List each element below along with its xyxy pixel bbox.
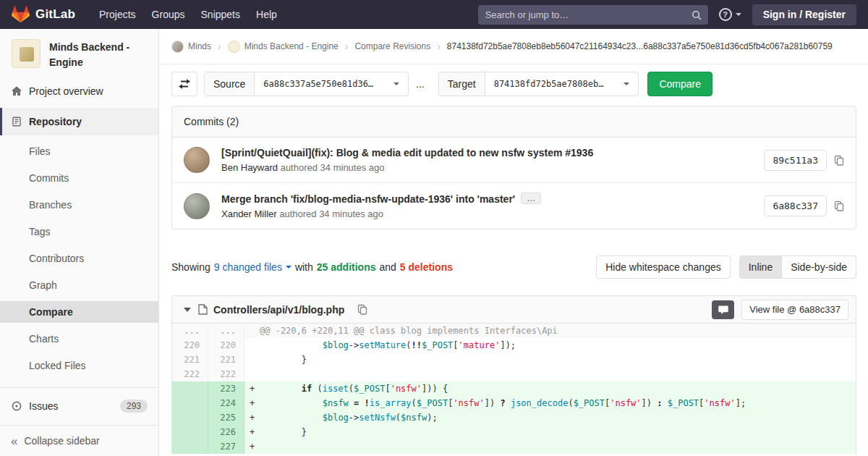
new-line-number[interactable]: 226 xyxy=(208,425,244,439)
commit-title-row: [Sprint/QuietQuail](fix): Blog & media e… xyxy=(221,147,754,159)
commit-row: Merge branch 'fix/blog-media-nsfw-update… xyxy=(172,182,856,229)
inline-view-button[interactable]: Inline xyxy=(739,256,782,279)
commit-author-link[interactable]: Xander Miller xyxy=(221,208,277,219)
search-icon xyxy=(692,10,702,20)
help-dropdown[interactable]: ? xyxy=(719,8,741,21)
diff-added-line: 226+ } xyxy=(172,425,856,439)
sidebar-item-label: Issues xyxy=(29,400,114,412)
group-avatar xyxy=(171,41,184,53)
old-line-number[interactable]: 220 xyxy=(172,338,208,352)
new-line-number[interactable]: 224 xyxy=(208,396,244,410)
gitlab-compare-page: GitLab ProjectsGroupsSnippetsHelp ? Sign… xyxy=(0,0,868,456)
diff-match-line: ......@@ -220,6 +220,11 @@ class blog im… xyxy=(172,324,856,338)
nav-item-help[interactable]: Help xyxy=(248,0,285,29)
code-line xyxy=(244,367,856,381)
commit-sha-button[interactable]: 89c511a3 xyxy=(764,150,827,171)
search-input[interactable] xyxy=(478,5,708,25)
question-icon: ? xyxy=(719,8,732,21)
commit-sha-button[interactable]: 6a88c337 xyxy=(764,195,827,216)
old-line-number[interactable] xyxy=(172,396,208,410)
hide-whitespace-button[interactable]: Hide whitespace changes xyxy=(596,256,731,279)
sidebar-item-files[interactable]: Files xyxy=(0,140,158,162)
source-ref-dropdown[interactable]: 6a88c337a5e750e81d36… xyxy=(255,72,408,96)
side-by-side-view-button[interactable]: Side-by-side xyxy=(782,256,856,279)
old-line-number[interactable] xyxy=(172,425,208,439)
collapse-diff-icon[interactable] xyxy=(184,308,191,312)
sidebar-item-commits[interactable]: Commits xyxy=(0,167,158,189)
nav-item-snippets[interactable]: Snippets xyxy=(193,0,248,29)
sidebar-item-repository[interactable]: Repository xyxy=(0,108,158,135)
breadcrumb-item-compare-revisions[interactable]: Compare Revisions xyxy=(354,41,430,51)
gitlab-home-link[interactable]: GitLab xyxy=(12,6,75,23)
commit-title-link[interactable]: [Sprint/QuietQuail](fix): Blog & media e… xyxy=(221,147,593,159)
sidebar-item-branches[interactable]: Branches xyxy=(0,194,158,216)
view-file-button[interactable]: View file @ 6a88c337 xyxy=(741,300,848,320)
sidebar-item-issues[interactable]: Issues 293 xyxy=(0,392,158,420)
commit-title-link[interactable]: Merge branch 'fix/blog-media-nsfw-update… xyxy=(221,193,515,205)
sign-in-button[interactable]: Sign in / Register xyxy=(752,4,856,25)
commit-info: Merge branch 'fix/blog-media-nsfw-update… xyxy=(221,193,754,219)
breadcrumb-item-minds[interactable]: Minds xyxy=(171,41,211,53)
sidebar-item-charts[interactable]: Charts xyxy=(0,328,158,350)
navbar-right: ? Sign in / Register xyxy=(478,4,856,25)
main-navigation: ProjectsGroupsSnippetsHelp xyxy=(91,0,285,29)
copy-file-path-button[interactable] xyxy=(357,304,367,315)
new-line-number[interactable]: 222 xyxy=(208,367,244,381)
source-ref-value: 6a88c337a5e750e81d36… xyxy=(263,79,373,89)
new-line-number[interactable]: 227 xyxy=(208,439,244,454)
sidebar-item-project-overview[interactable]: Project overview xyxy=(0,77,158,105)
breadcrumb-item-minds-backend-engine[interactable]: Minds Backend - Engine xyxy=(228,41,339,53)
diff-view-toggle: Inline Side-by-side xyxy=(739,256,856,279)
toggle-comments-button[interactable] xyxy=(712,300,734,319)
diff-context-line: 222222 xyxy=(172,367,856,381)
compare-button[interactable]: Compare xyxy=(647,72,712,96)
target-ref-dropdown[interactable]: 874138fd72b5ae7808eb… xyxy=(485,72,639,96)
diff-marker: + xyxy=(250,439,260,454)
commit-sha-group: 6a88c337 xyxy=(764,195,844,216)
nav-item-groups[interactable]: Groups xyxy=(144,0,193,29)
new-line-number[interactable]: 225 xyxy=(208,410,244,425)
diff-file-name[interactable]: Controllers/api/v1/blog.php xyxy=(213,304,344,316)
commit-author-avatar[interactable] xyxy=(184,193,210,219)
commit-author-avatar[interactable] xyxy=(184,147,210,173)
sidebar-item-locked-files[interactable]: Locked Files xyxy=(0,355,158,376)
new-line-number[interactable]: 220 xyxy=(208,338,244,352)
nav-item-projects[interactable]: Projects xyxy=(91,0,144,29)
old-line-number[interactable] xyxy=(172,410,208,425)
code-line: + if (isset($_POST['nsfw'])) { xyxy=(244,381,856,396)
new-line-number[interactable]: 223 xyxy=(208,381,244,396)
chevron-down-icon xyxy=(624,83,629,85)
target-label: Target xyxy=(439,72,485,96)
commit-list: [Sprint/QuietQuail](fix): Blog & media e… xyxy=(172,138,856,229)
project-context-header[interactable]: Minds Backend - Engine xyxy=(0,29,158,77)
swap-revisions-button[interactable] xyxy=(171,72,197,96)
project-avatar xyxy=(228,41,240,53)
commit-meta: Xander Miller authored 34 minutes ago xyxy=(221,208,754,219)
collapse-sidebar-button[interactable]: « Collapse sidebar xyxy=(0,425,158,456)
commit-row: [Sprint/QuietQuail](fix): Blog & media e… xyxy=(172,138,856,182)
old-line-number[interactable]: 222 xyxy=(172,367,208,381)
old-line-number[interactable]: 221 xyxy=(172,352,208,367)
sidebar-item-graph[interactable]: Graph xyxy=(0,274,158,296)
sidebar-item-contributors[interactable]: Contributors xyxy=(0,248,158,269)
new-line-number[interactable]: 221 xyxy=(208,352,244,367)
compare-page-body: Source 6a88c337a5e750e81d36… ... Target … xyxy=(160,72,868,454)
diff-header-actions: View file @ 6a88c337 xyxy=(712,300,848,320)
sidebar-item-label: Repository xyxy=(29,116,82,127)
copy-commit-sha-button[interactable] xyxy=(834,200,844,211)
old-line-number[interactable] xyxy=(172,381,208,396)
old-line-number[interactable] xyxy=(172,439,208,454)
changed-files-dropdown[interactable]: 9 changed files xyxy=(214,261,292,273)
chevron-down-icon xyxy=(736,13,741,16)
diff-context-line: 221221 } xyxy=(172,352,856,367)
commits-panel: Commits (2) [Sprint/QuietQuail](fix): Bl… xyxy=(171,106,856,229)
sidebar-item-tags[interactable]: Tags xyxy=(0,221,158,242)
commit-author-link[interactable]: Ben Hayward xyxy=(221,162,278,173)
commit-message-expander[interactable]: … xyxy=(521,193,541,204)
gitlab-tanuki-icon xyxy=(12,6,30,23)
copy-commit-sha-button[interactable] xyxy=(834,155,844,166)
sidebar-item-compare[interactable]: Compare xyxy=(0,301,158,323)
commits-panel-header: Commits (2) xyxy=(172,106,856,138)
breadcrumb-separator: › xyxy=(345,41,349,52)
project-avatar xyxy=(12,39,41,68)
